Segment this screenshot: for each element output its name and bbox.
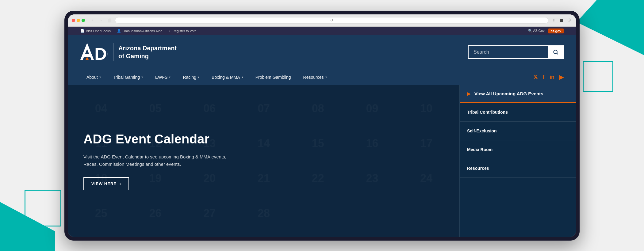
adg-logo: DG (80, 41, 108, 63)
laptop-screen: ‹ › ⬜ ↺ ⬆ ⬛ ⓘ 📄 Visit OpenBooks (68, 14, 576, 237)
nav-racing-arrow: ▾ (198, 75, 199, 79)
nav-problem-gambling-label: Problem Gambling (255, 75, 291, 80)
az-gov-link[interactable]: 🔍 AZ.Gov (528, 29, 545, 33)
search-input[interactable] (469, 46, 548, 58)
linkedin-icon[interactable]: in (550, 74, 554, 80)
nav-about-arrow: ▾ (99, 75, 101, 79)
tribal-contributions-label: Tribal Contributions (467, 110, 508, 115)
info-button[interactable]: ⓘ (566, 17, 572, 23)
sidebar-item-self-exclusion[interactable]: Self-Exclusion (460, 122, 576, 140)
nav-items: About ▾ Tribal Gaming ▾ EWFS ▾ Racing ▾ (80, 69, 333, 85)
nav-tribal-gaming-arrow: ▾ (141, 75, 143, 79)
view-here-arrow: › (120, 181, 121, 186)
register-icon: ✓ (168, 29, 171, 33)
sidebar-item-resources[interactable]: Resources (460, 159, 576, 178)
sidebar: ▶ View All Upcoming ADG Events Tribal Co… (459, 85, 576, 237)
view-here-label: VIEW HERE (91, 181, 117, 186)
hero-description: Visit the ADG Event Calendar to see upco… (83, 153, 237, 168)
youtube-icon[interactable]: ▶ (559, 74, 564, 81)
az-gov-badge[interactable]: az.gov (548, 29, 564, 33)
register-vote-link[interactable]: ✓ Register to Vote (168, 29, 196, 33)
main-content: 04 05 06 07 08 09 10 11 12 13 14 15 16 1… (68, 85, 576, 237)
nav-resources-arrow: ▾ (325, 75, 327, 79)
sidebar-menu: Tribal Contributions Self-Exclusion Medi… (460, 103, 576, 237)
minimize-button[interactable] (77, 19, 80, 22)
nav-about-label: About (86, 75, 98, 80)
nav-item-racing[interactable]: Racing ▾ (177, 69, 205, 85)
browser-chrome: ‹ › ⬜ ↺ ⬆ ⬛ ⓘ (68, 14, 576, 27)
utility-right: 🔍 AZ.Gov az.gov (528, 29, 564, 33)
nav-bar: About ▾ Tribal Gaming ▾ EWFS ▾ Racing ▾ (68, 69, 576, 85)
deco-top-right (577, 0, 644, 55)
deco-outline-left (25, 190, 61, 226)
nav-resources-label: Resources (303, 75, 324, 80)
svg-line-6 (557, 53, 558, 54)
scene: ‹ › ⬜ ↺ ⬆ ⬛ ⓘ 📄 Visit OpenBooks (0, 0, 644, 251)
nav-item-boxing[interactable]: Boxing & MMA ▾ (205, 69, 249, 85)
back-button[interactable]: ‹ (89, 17, 95, 23)
svg-point-5 (554, 50, 557, 54)
sidebar-top-label: View All Upcoming ADG Events (474, 91, 543, 96)
sidebar-item-media-room[interactable]: Media Room (460, 140, 576, 159)
svg-text:DG: DG (94, 44, 108, 63)
sidebar-top[interactable]: ▶ View All Upcoming ADG Events (460, 85, 576, 103)
search-box (468, 45, 564, 59)
main-header: DG Arizona Department of Gaming (68, 35, 576, 69)
search-area (468, 45, 564, 59)
adg-logo-svg: DG (80, 41, 108, 63)
facebook-icon[interactable]: f (543, 74, 545, 80)
traffic-lights (72, 19, 85, 22)
resources-label: Resources (467, 166, 489, 171)
deco-outline-right (583, 61, 613, 92)
openbooks-icon: 📄 (80, 29, 85, 33)
maximize-button[interactable] (82, 19, 85, 22)
nav-item-problem-gambling[interactable]: Problem Gambling (249, 69, 297, 85)
nav-boxing-label: Boxing & MMA (212, 75, 240, 80)
view-here-button[interactable]: VIEW HERE › (83, 177, 129, 190)
logo-area: DG Arizona Department of Gaming (80, 41, 177, 63)
address-bar[interactable]: ↺ (115, 17, 548, 24)
visit-openbooks-link[interactable]: 📄 Visit OpenBooks (80, 29, 111, 33)
logo-text: Arizona Department of Gaming (118, 44, 177, 60)
nav-boxing-arrow: ▾ (242, 75, 243, 79)
hero-area: 04 05 06 07 08 09 10 11 12 13 14 15 16 1… (68, 85, 459, 237)
close-button[interactable] (72, 19, 75, 22)
share-button[interactable]: ⬆ (551, 17, 557, 23)
forward-button[interactable]: › (98, 17, 104, 23)
nav-tribal-gaming-label: Tribal Gaming (113, 75, 140, 80)
search-button[interactable] (548, 46, 563, 58)
ombudsman-link[interactable]: 👤 Ombudsman-Citizens Aide (117, 29, 162, 33)
bookmark-button[interactable]: ⬛ (558, 17, 565, 23)
nav-racing-label: Racing (183, 75, 196, 80)
self-exclusion-label: Self-Exclusion (467, 128, 496, 133)
nav-item-ewfs[interactable]: EWFS ▾ (149, 69, 177, 85)
sidebar-play-icon: ▶ (467, 91, 471, 97)
logo-line2: of Gaming (118, 52, 177, 60)
sidebar-item-tribal-contributions[interactable]: Tribal Contributions (460, 103, 576, 122)
nav-ewfs-label: EWFS (155, 75, 167, 80)
laptop-frame: ‹ › ⬜ ↺ ⬆ ⬛ ⓘ 📄 Visit OpenBooks (64, 11, 580, 241)
nav-item-resources[interactable]: Resources ▾ (297, 69, 333, 85)
nav-ewfs-arrow: ▾ (169, 75, 171, 79)
search-icon (553, 49, 559, 55)
nav-item-about[interactable]: About ▾ (80, 69, 107, 85)
logo-line1: Arizona Department (118, 44, 177, 52)
logo-divider (113, 43, 113, 61)
browser-actions: ⬆ ⬛ ⓘ (551, 17, 572, 23)
svg-marker-2 (84, 54, 90, 57)
url-text: ↺ (330, 18, 333, 22)
media-room-label: Media Room (467, 147, 493, 152)
social-icons: 𝕏 f in ▶ (533, 74, 564, 81)
utility-links: 📄 Visit OpenBooks 👤 Ombudsman-Citizens A… (80, 29, 197, 33)
hero-title: ADG Event Calendar (83, 131, 237, 147)
ombudsman-label: Ombudsman-Citizens Aide (122, 29, 162, 33)
register-label: Register to Vote (172, 29, 196, 33)
openbooks-label: Visit OpenBooks (86, 29, 111, 33)
utility-bar: 📄 Visit OpenBooks 👤 Ombudsman-Citizens A… (68, 27, 576, 35)
window-button[interactable]: ⬜ (106, 17, 113, 23)
hero-content: ADG Event Calendar Visit the ADG Event C… (68, 119, 252, 202)
twitter-icon[interactable]: 𝕏 (533, 74, 538, 81)
nav-item-tribal-gaming[interactable]: Tribal Gaming ▾ (107, 69, 149, 85)
ombudsman-icon: 👤 (117, 29, 121, 33)
